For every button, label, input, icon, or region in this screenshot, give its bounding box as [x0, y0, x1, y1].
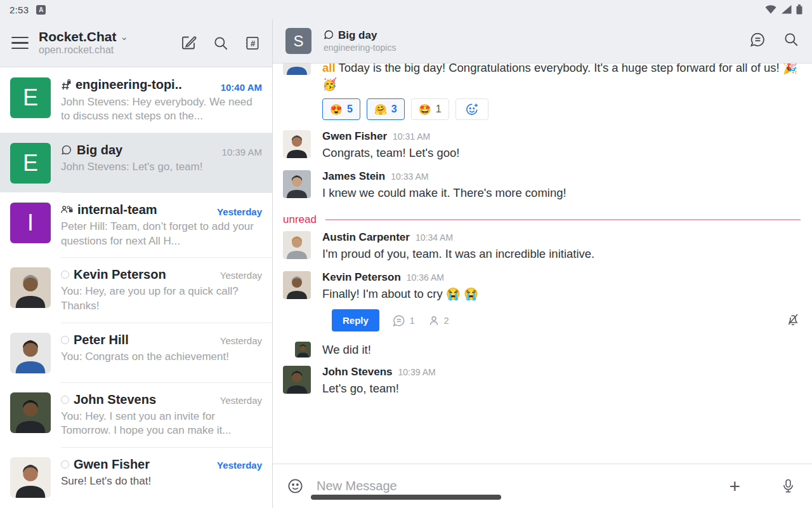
message-text: Today is the big day! Congratulations ev… [322, 64, 797, 91]
reaction-chip[interactable]: 🤗 3 [367, 98, 405, 120]
notifications-muted-icon[interactable] [785, 312, 801, 330]
reaction-emoji: 🤗 [374, 104, 387, 116]
thread-followers-count: 2 [444, 316, 449, 326]
message-author[interactable]: Austin Carpenter [322, 231, 410, 244]
channel-name: Big day [77, 143, 122, 157]
new-message-icon[interactable] [180, 34, 197, 51]
sidebar-header: Rocket.Chat ⌄ open.rocket.chat # [0, 19, 272, 67]
message-text: I knew we could make it. There's more co… [322, 185, 801, 201]
message-list[interactable]: all Today is the big day! Congratulation… [273, 64, 812, 464]
message-sequential[interactable]: We did it! [283, 342, 801, 358]
avatar [10, 333, 51, 373]
message[interactable]: Austin Carpenter 10:34 AM I'm proud of y… [283, 231, 801, 262]
channel-avatar: S [285, 28, 311, 54]
message[interactable]: Kevin Peterson 10:36 AM Finally! I'm abo… [283, 271, 801, 302]
last-message-time: Yesterday [217, 460, 262, 471]
avatar: E [10, 77, 51, 118]
thread-reply-row: Reply 1 2 [332, 309, 801, 331]
channel-item-internal-team[interactable]: I internal-team Yesterday Peter Hill: Te… [0, 192, 272, 258]
add-reaction-button[interactable] [455, 98, 488, 120]
last-message-preview: John Stevens: Let's go, team! [61, 160, 262, 175]
parent-channel: engineering-topics [324, 43, 396, 53]
thread-replies-count: 1 [410, 316, 415, 326]
reaction-emoji: 🤩 [419, 104, 431, 116]
offline-status-icon [61, 396, 69, 404]
reactions-row: 😍 5 🤗 3 🤩 1 [322, 98, 801, 120]
reaction-count: 5 [347, 104, 353, 115]
message-author[interactable]: Kevin Peterson [322, 271, 401, 284]
message-text: I'm proud of you, team. It was an incred… [322, 246, 801, 262]
thread-replies[interactable]: 1 [392, 314, 415, 328]
search-icon[interactable] [213, 35, 229, 51]
message-text: Finally! I'm about to cry 😭 😭 [322, 286, 801, 302]
last-message-preview: Sure! Let's do that! [61, 474, 262, 489]
message-author[interactable]: John Stevens [322, 366, 393, 378]
unread-label: unread [283, 213, 317, 226]
dm-item-john-stevens[interactable]: John Stevens Yesterday You: Hey. I sent … [0, 382, 272, 447]
mention-all[interactable]: all [322, 64, 336, 74]
message-text: Let's go, team! [322, 380, 801, 397]
channel-item-big-day[interactable]: E Big day 10:39 AM John Stevens: Let's g… [0, 133, 272, 192]
message-composer: + [273, 464, 812, 508]
last-message-preview: Peter Hill: Team, don’t forget to add yo… [61, 220, 262, 248]
user-name: Gwen Fisher [74, 457, 150, 472]
avatar [283, 130, 311, 158]
last-message-preview: You: Hey, are you up for a quick call? T… [61, 284, 262, 313]
last-message-time: Yesterday [220, 395, 262, 406]
chat-panel: S Big day engineering-topics all [273, 19, 812, 508]
avatar [295, 342, 311, 358]
avatar [10, 392, 51, 433]
user-name: Peter Hill [74, 333, 129, 347]
server-selector[interactable]: Rocket.Chat ⌄ open.rocket.chat [39, 29, 128, 57]
search-icon[interactable] [783, 31, 799, 51]
message-text: We did it! [322, 342, 801, 358]
message[interactable]: all Today is the big day! Congratulation… [283, 64, 801, 121]
server-url: open.rocket.chat [39, 44, 128, 56]
message[interactable]: John Stevens 10:39 AM Let's go, team! [283, 366, 801, 397]
emoji-picker-icon[interactable] [287, 478, 304, 495]
message-author[interactable]: Gwen Fisher [322, 130, 387, 143]
last-message-time: Yesterday [220, 270, 262, 281]
last-message-time: Yesterday [220, 335, 262, 346]
avatar [10, 267, 51, 308]
menu-icon[interactable] [11, 37, 29, 50]
last-message-time: 10:40 AM [221, 82, 262, 93]
dm-item-peter-hill[interactable]: Peter Hill Yesterday You: Congrats on th… [0, 323, 272, 382]
battery-icon [796, 4, 802, 15]
directory-icon[interactable]: # [244, 35, 261, 51]
message[interactable]: Gwen Fisher 10:31 AM Congrats, team! Let… [283, 130, 801, 161]
android-home-pill[interactable] [311, 495, 501, 500]
reaction-chip[interactable]: 🤩 1 [411, 98, 449, 120]
message-author[interactable]: James Stein [322, 170, 385, 183]
user-name: Kevin Peterson [74, 267, 166, 282]
channel-list: E engineering-topi.. 10:40 AM John Steve… [0, 67, 272, 508]
offline-status-icon [61, 336, 69, 344]
channel-item-engineering-topics[interactable]: E engineering-topi.. 10:40 AM John Steve… [0, 67, 272, 133]
threads-icon[interactable] [749, 31, 766, 51]
attach-plus-icon[interactable]: + [729, 477, 740, 496]
chevron-down-icon: ⌄ [121, 31, 129, 42]
discussion-icon [324, 29, 334, 43]
server-title: Rocket.Chat [39, 29, 117, 44]
cell-signal-icon [781, 5, 792, 14]
dm-item-gwen-fisher[interactable]: Gwen Fisher Yesterday Sure! Let's do tha… [0, 447, 272, 507]
svg-text:#: # [251, 38, 256, 48]
channel-title: Big day [338, 29, 377, 42]
wifi-icon [765, 5, 776, 14]
message-text: Congrats, team! Let's goo! [322, 145, 801, 161]
reply-button[interactable]: Reply [332, 309, 379, 331]
thread-followers[interactable]: 2 [428, 314, 449, 327]
message-time: 10:34 AM [416, 232, 453, 243]
message-time: 10:36 AM [407, 272, 444, 283]
reaction-emoji: 😍 [330, 104, 343, 116]
dm-item-kevin-peterson[interactable]: Kevin Peterson Yesterday You: Hey, are y… [0, 257, 272, 322]
rocketchat-app: Rocket.Chat ⌄ open.rocket.chat # E en [0, 19, 812, 508]
avatar: I [10, 203, 51, 243]
reaction-chip[interactable]: 😍 5 [322, 98, 360, 120]
microphone-icon[interactable] [781, 478, 796, 495]
channel-name: internal-team [77, 203, 157, 217]
chat-header[interactable]: S Big day engineering-topics [273, 19, 812, 64]
sidebar: Rocket.Chat ⌄ open.rocket.chat # E en [0, 19, 273, 508]
message[interactable]: James Stein 10:33 AM I knew we could mak… [283, 170, 801, 201]
new-message-input[interactable] [317, 479, 716, 493]
